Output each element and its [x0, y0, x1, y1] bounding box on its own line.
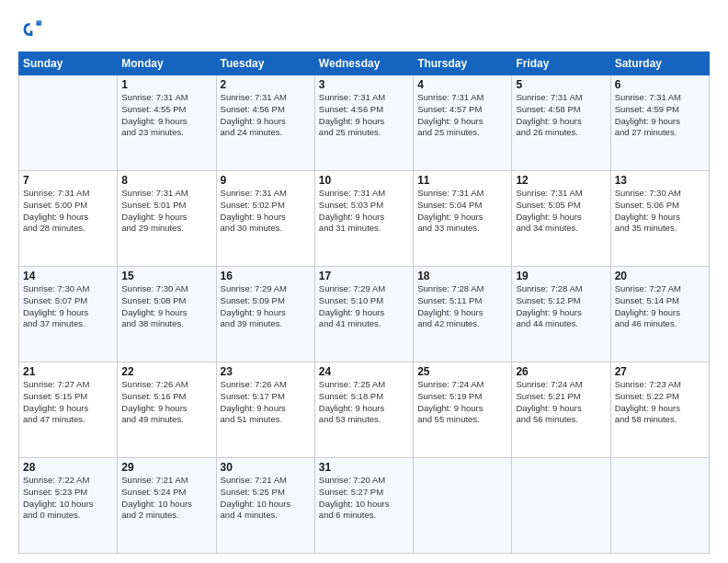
calendar-cell: 30Sunrise: 7:21 AM Sunset: 5:25 PM Dayli…	[216, 458, 314, 554]
day-info: Sunrise: 7:26 AM Sunset: 5:17 PM Dayligh…	[221, 379, 311, 426]
calendar-cell: 8Sunrise: 7:31 AM Sunset: 5:01 PM Daylig…	[118, 171, 216, 267]
day-info: Sunrise: 7:31 AM Sunset: 4:55 PM Dayligh…	[121, 92, 211, 139]
calendar-cell	[610, 458, 709, 554]
day-number: 28	[23, 461, 113, 474]
calendar-cell: 19Sunrise: 7:28 AM Sunset: 5:12 PM Dayli…	[512, 267, 610, 362]
weekday-header-thursday: Thursday	[414, 52, 512, 75]
day-number: 1	[121, 78, 211, 91]
day-info: Sunrise: 7:31 AM Sunset: 4:56 PM Dayligh…	[221, 92, 311, 139]
day-number: 21	[23, 365, 113, 378]
calendar-week-1: 1Sunrise: 7:31 AM Sunset: 4:55 PM Daylig…	[19, 75, 710, 171]
day-info: Sunrise: 7:28 AM Sunset: 5:11 PM Dayligh…	[417, 283, 507, 330]
day-info: Sunrise: 7:21 AM Sunset: 5:24 PM Dayligh…	[121, 475, 211, 522]
calendar-cell: 27Sunrise: 7:23 AM Sunset: 5:22 PM Dayli…	[610, 362, 709, 458]
calendar-cell: 28Sunrise: 7:22 AM Sunset: 5:23 PM Dayli…	[19, 458, 118, 554]
calendar-cell: 15Sunrise: 7:30 AM Sunset: 5:08 PM Dayli…	[118, 267, 216, 362]
calendar-cell	[512, 458, 610, 554]
day-number: 31	[319, 461, 409, 474]
calendar-cell: 1Sunrise: 7:31 AM Sunset: 4:55 PM Daylig…	[118, 75, 216, 171]
weekday-header-saturday: Saturday	[610, 52, 709, 75]
day-info: Sunrise: 7:25 AM Sunset: 5:18 PM Dayligh…	[319, 379, 409, 426]
header	[18, 17, 710, 42]
day-info: Sunrise: 7:29 AM Sunset: 5:09 PM Dayligh…	[221, 283, 311, 330]
weekday-header-monday: Monday	[118, 52, 216, 75]
day-info: Sunrise: 7:23 AM Sunset: 5:22 PM Dayligh…	[615, 379, 705, 426]
weekday-header-sunday: Sunday	[19, 52, 118, 75]
day-info: Sunrise: 7:20 AM Sunset: 5:27 PM Dayligh…	[319, 475, 409, 522]
day-info: Sunrise: 7:27 AM Sunset: 5:14 PM Dayligh…	[615, 283, 705, 330]
day-number: 4	[417, 78, 507, 91]
calendar-cell: 6Sunrise: 7:31 AM Sunset: 4:59 PM Daylig…	[610, 75, 709, 171]
day-info: Sunrise: 7:30 AM Sunset: 5:07 PM Dayligh…	[23, 283, 113, 330]
calendar-cell: 23Sunrise: 7:26 AM Sunset: 5:17 PM Dayli…	[216, 362, 314, 458]
day-info: Sunrise: 7:31 AM Sunset: 4:56 PM Dayligh…	[319, 92, 409, 139]
weekday-header-friday: Friday	[512, 52, 610, 75]
day-info: Sunrise: 7:31 AM Sunset: 5:00 PM Dayligh…	[23, 188, 113, 235]
day-number: 2	[221, 78, 311, 91]
calendar-cell: 18Sunrise: 7:28 AM Sunset: 5:11 PM Dayli…	[414, 267, 512, 362]
day-number: 16	[221, 270, 311, 282]
calendar-table: SundayMondayTuesdayWednesdayThursdayFrid…	[18, 52, 710, 554]
day-info: Sunrise: 7:30 AM Sunset: 5:06 PM Dayligh…	[615, 188, 705, 235]
day-number: 17	[319, 270, 409, 282]
calendar-cell: 11Sunrise: 7:31 AM Sunset: 5:04 PM Dayli…	[414, 171, 512, 267]
day-info: Sunrise: 7:22 AM Sunset: 5:23 PM Dayligh…	[23, 475, 113, 522]
calendar-cell: 26Sunrise: 7:24 AM Sunset: 5:21 PM Dayli…	[512, 362, 610, 458]
day-info: Sunrise: 7:31 AM Sunset: 4:59 PM Dayligh…	[615, 92, 705, 139]
day-info: Sunrise: 7:28 AM Sunset: 5:12 PM Dayligh…	[516, 283, 606, 330]
logo	[18, 17, 48, 42]
calendar-cell: 2Sunrise: 7:31 AM Sunset: 4:56 PM Daylig…	[216, 75, 314, 171]
day-number: 19	[516, 270, 606, 282]
day-number: 25	[417, 365, 507, 378]
day-number: 29	[121, 461, 211, 474]
calendar-week-5: 28Sunrise: 7:22 AM Sunset: 5:23 PM Dayli…	[19, 458, 710, 554]
day-number: 10	[319, 174, 409, 187]
calendar-cell: 16Sunrise: 7:29 AM Sunset: 5:09 PM Dayli…	[216, 267, 314, 362]
day-number: 13	[615, 174, 705, 187]
day-number: 23	[221, 365, 311, 378]
calendar-cell: 13Sunrise: 7:30 AM Sunset: 5:06 PM Dayli…	[610, 171, 709, 267]
day-number: 18	[417, 270, 507, 282]
calendar-week-2: 7Sunrise: 7:31 AM Sunset: 5:00 PM Daylig…	[19, 171, 710, 267]
day-info: Sunrise: 7:31 AM Sunset: 5:04 PM Dayligh…	[417, 188, 507, 235]
calendar-cell: 10Sunrise: 7:31 AM Sunset: 5:03 PM Dayli…	[314, 171, 413, 267]
day-number: 8	[121, 174, 211, 187]
day-number: 20	[615, 270, 705, 282]
day-number: 27	[615, 365, 705, 378]
weekday-header-wednesday: Wednesday	[314, 52, 413, 75]
calendar-cell: 21Sunrise: 7:27 AM Sunset: 5:15 PM Dayli…	[19, 362, 118, 458]
day-number: 5	[516, 78, 606, 91]
day-info: Sunrise: 7:30 AM Sunset: 5:08 PM Dayligh…	[121, 283, 211, 330]
calendar-cell	[19, 75, 118, 171]
calendar-week-4: 21Sunrise: 7:27 AM Sunset: 5:15 PM Dayli…	[19, 362, 710, 458]
calendar-cell: 14Sunrise: 7:30 AM Sunset: 5:07 PM Dayli…	[19, 267, 118, 362]
calendar-cell: 12Sunrise: 7:31 AM Sunset: 5:05 PM Dayli…	[512, 171, 610, 267]
calendar-cell: 17Sunrise: 7:29 AM Sunset: 5:10 PM Dayli…	[314, 267, 413, 362]
day-info: Sunrise: 7:26 AM Sunset: 5:16 PM Dayligh…	[121, 379, 211, 426]
day-number: 11	[417, 174, 507, 187]
logo-icon	[18, 17, 44, 42]
calendar-cell: 20Sunrise: 7:27 AM Sunset: 5:14 PM Dayli…	[610, 267, 709, 362]
day-number: 14	[23, 270, 113, 282]
calendar-cell: 5Sunrise: 7:31 AM Sunset: 4:58 PM Daylig…	[512, 75, 610, 171]
weekday-header-row: SundayMondayTuesdayWednesdayThursdayFrid…	[19, 52, 710, 75]
day-number: 30	[221, 461, 311, 474]
calendar-cell: 22Sunrise: 7:26 AM Sunset: 5:16 PM Dayli…	[118, 362, 216, 458]
calendar-cell	[414, 458, 512, 554]
day-info: Sunrise: 7:31 AM Sunset: 5:02 PM Dayligh…	[221, 188, 311, 235]
day-number: 7	[23, 174, 113, 187]
calendar-cell: 29Sunrise: 7:21 AM Sunset: 5:24 PM Dayli…	[118, 458, 216, 554]
day-number: 3	[319, 78, 409, 91]
calendar-cell: 24Sunrise: 7:25 AM Sunset: 5:18 PM Dayli…	[314, 362, 413, 458]
day-info: Sunrise: 7:31 AM Sunset: 4:58 PM Dayligh…	[516, 92, 606, 139]
calendar-cell: 7Sunrise: 7:31 AM Sunset: 5:00 PM Daylig…	[19, 171, 118, 267]
day-number: 12	[516, 174, 606, 187]
day-number: 26	[516, 365, 606, 378]
day-info: Sunrise: 7:31 AM Sunset: 5:05 PM Dayligh…	[516, 188, 606, 235]
day-number: 24	[319, 365, 409, 378]
calendar-cell: 25Sunrise: 7:24 AM Sunset: 5:19 PM Dayli…	[414, 362, 512, 458]
page: SundayMondayTuesdayWednesdayThursdayFrid…	[0, 0, 728, 563]
day-number: 22	[121, 365, 211, 378]
day-info: Sunrise: 7:27 AM Sunset: 5:15 PM Dayligh…	[23, 379, 113, 426]
day-info: Sunrise: 7:31 AM Sunset: 5:03 PM Dayligh…	[319, 188, 409, 235]
